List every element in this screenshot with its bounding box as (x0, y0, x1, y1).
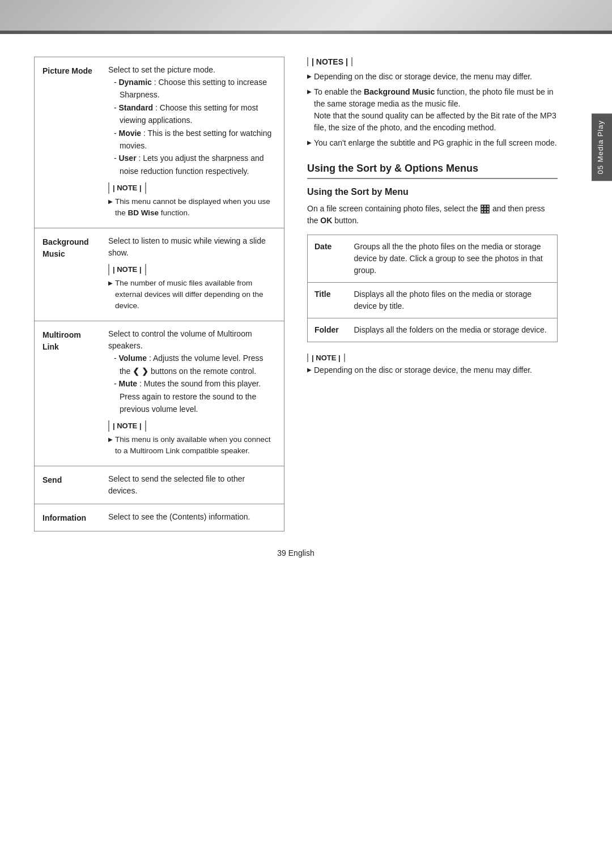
note-item: To enable the Background Music function,… (307, 86, 558, 134)
dash-volume: - Volume : Adjusts the volume level. Pre… (114, 352, 276, 377)
note-item: This menu cannot be displayed when you u… (108, 196, 276, 219)
note-title-label: | NOTE | (108, 420, 146, 432)
row-content-send: Select to send the selected file to othe… (100, 466, 284, 504)
page-number: 39 English (277, 548, 314, 558)
row-content-background-music: Select to listen to music while viewing … (100, 228, 284, 321)
side-chapter-label: 05 Media Play (592, 113, 612, 181)
sort-label-folder: Folder (308, 318, 347, 342)
svg-rect-7 (484, 211, 486, 213)
row-header-background-music: BackgroundMusic (35, 228, 100, 321)
sort-desc-date: Groups all the the photo files on the me… (347, 235, 558, 283)
features-table: Picture Mode Select to set the picture m… (34, 57, 284, 531)
row-header-information: Information (35, 504, 100, 531)
bg-music-desc: Select to listen to music while viewing … (108, 235, 276, 259)
two-column-layout: Picture Mode Select to set the picture m… (34, 57, 558, 531)
note-title-label: | NOTE | (307, 354, 345, 362)
note-title-label: | NOTE | (108, 182, 146, 194)
sort-table-row: Title Displays all the photo files on th… (308, 283, 558, 318)
svg-rect-3 (481, 208, 483, 210)
multiroom-note: | NOTE | This menu is only available whe… (108, 420, 276, 457)
note-item: This menu is only available when you con… (108, 434, 276, 457)
table-row: BackgroundMusic Select to listen to musi… (35, 228, 284, 321)
sort-by-table: Date Groups all the the photo files on t… (307, 235, 558, 342)
picture-mode-note: | NOTE | This menu cannot be displayed w… (108, 182, 276, 219)
grid-icon (481, 205, 490, 214)
row-header-picture-mode: Picture Mode (35, 57, 100, 228)
right-column: | NOTES | Depending on the disc or stora… (307, 57, 558, 378)
svg-rect-2 (487, 205, 489, 207)
svg-rect-1 (484, 205, 486, 207)
sub-heading-sort-by-menu: Using the Sort by Menu (307, 187, 558, 197)
svg-rect-8 (487, 211, 489, 213)
top-decorative-bar (0, 0, 612, 34)
table-row: Information Select to see the (Contents)… (35, 504, 284, 531)
sort-label-title: Title (308, 283, 347, 318)
table-row: MultiroomLink Select to control the volu… (35, 321, 284, 466)
sort-table-row: Folder Displays all the folders on the m… (308, 318, 558, 342)
svg-rect-0 (481, 205, 483, 207)
bottom-note-section: | NOTE | Depending on the disc or storag… (307, 352, 558, 376)
dash-movie: - Movie : This is the best setting for w… (114, 127, 276, 152)
row-content-picture-mode: Select to set the picture mode. - Dynami… (100, 57, 284, 228)
table-row: Send Select to send the selected file to… (35, 466, 284, 504)
sort-desc-folder: Displays all the folders on the media or… (347, 318, 558, 342)
row-content-information: Select to see the (Contents) information… (100, 504, 284, 531)
multiroom-desc: Select to control the volume of Multiroo… (108, 328, 276, 415)
row-header-send: Send (35, 466, 100, 504)
note-item: The number of music files available from… (108, 278, 276, 312)
row-header-multiroom: MultiroomLink (35, 321, 100, 466)
table-row: Picture Mode Select to set the picture m… (35, 57, 284, 228)
top-notes-section: | NOTES | Depending on the disc or stora… (307, 57, 558, 149)
sort-intro-text: On a file screen containing photo files,… (307, 203, 558, 227)
page-content: Picture Mode Select to set the picture m… (0, 34, 592, 603)
svg-rect-6 (481, 211, 483, 213)
notes-title: | NOTES | (307, 57, 352, 66)
note-item: Depending on the disc or storage device,… (307, 364, 558, 376)
dash-standard: - Standard : Choose this setting for mos… (114, 101, 276, 127)
left-column: Picture Mode Select to set the picture m… (34, 57, 284, 531)
picture-mode-desc: Select to set the picture mode. - Dynami… (108, 64, 276, 177)
page-footer: 39 English (34, 531, 558, 569)
note-item: Depending on the disc or storage device,… (307, 71, 558, 83)
dash-user: - User : Lets you adjust the sharpness a… (114, 152, 276, 177)
dash-mute: - Mute : Mutes the sound from this playe… (114, 377, 276, 415)
sort-table-row: Date Groups all the the photo files on t… (308, 235, 558, 283)
dash-dynamic: - Dynamic : Choose this setting to incre… (114, 76, 276, 101)
sort-desc-title: Displays all the photo files on the medi… (347, 283, 558, 318)
note-item: You can't enlarge the subtitle and PG gr… (307, 137, 558, 149)
row-content-multiroom: Select to control the volume of Multiroo… (100, 321, 284, 466)
section-heading-sort: Using the Sort by & Options Menus (307, 163, 558, 179)
svg-rect-4 (484, 208, 486, 210)
background-music-note: | NOTE | The number of music files avail… (108, 263, 276, 312)
svg-rect-5 (487, 208, 489, 210)
note-title-label: | NOTE | (108, 264, 146, 275)
sort-label-date: Date (308, 235, 347, 283)
